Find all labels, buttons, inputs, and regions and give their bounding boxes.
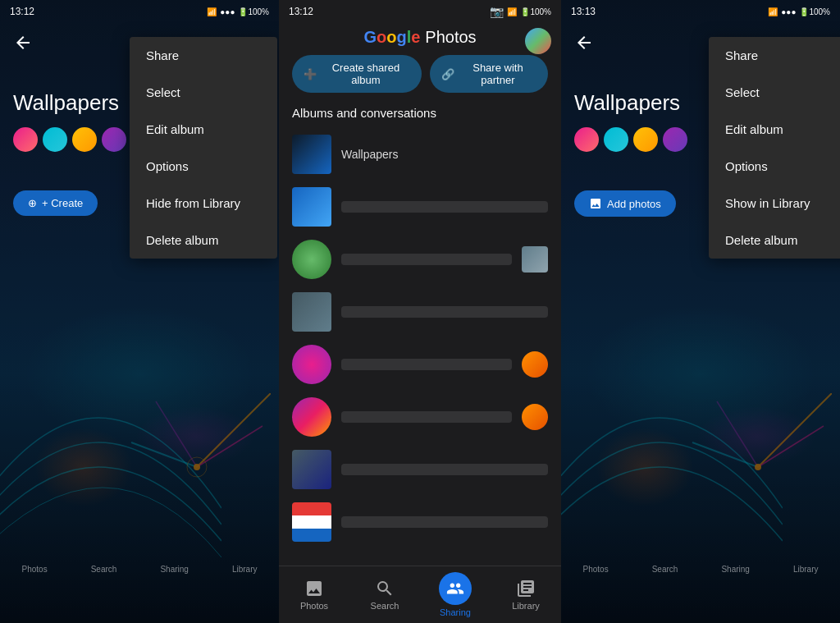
status-bar-right: 13:13 📶 ●●● 🔋100% — [561, 0, 840, 23]
signal-icon-left: ●●● — [220, 7, 235, 16]
status-icons-center: 📷 📶 🔋100% — [490, 5, 551, 18]
menu-item-hide-from-library-left[interactable]: Hide from Library — [130, 185, 277, 222]
album-icon-6 — [522, 404, 548, 430]
add-photos-button[interactable]: Add photos — [574, 190, 676, 217]
avatar-teal-right — [604, 127, 628, 152]
share-with-partner-button[interactable]: 🔗 Share with partner — [430, 55, 548, 93]
create-album-icon: ➕ — [304, 68, 317, 80]
avatar-yellow-right — [633, 127, 658, 152]
avatar-row-left — [13, 127, 126, 152]
album-item-wallpapers[interactable]: Wallpapers — [279, 128, 561, 181]
share-partner-icon: 🔗 — [441, 68, 454, 80]
battery-icon-right: 🔋100% — [799, 7, 830, 16]
album-name-3 — [341, 254, 512, 265]
sharing-active-icon — [439, 572, 472, 605]
bottom-label-3-left: Sharing — [160, 565, 188, 574]
menu-item-select-right[interactable]: Select — [709, 74, 840, 111]
nav-search[interactable]: Search — [349, 572, 420, 617]
albums-list: Wallpapers — [279, 128, 561, 566]
album-thumb-5 — [292, 345, 331, 384]
bottom-label-1-right: Photos — [583, 565, 609, 574]
album-item-7[interactable] — [279, 443, 561, 496]
battery-icon-center: 🔋100% — [520, 7, 551, 16]
time-right: 13:13 — [571, 6, 596, 17]
album-icon-3 — [522, 246, 548, 273]
bottom-text-left: Photos Search Sharing Library — [0, 565, 279, 574]
menu-item-show-in-library-right[interactable]: Show in Library — [709, 185, 840, 222]
camera-icon-center: 📷 — [490, 5, 504, 18]
status-bar-center: 13:12 📷 📶 🔋100% — [279, 0, 561, 23]
status-icons-right: 📶 ●●● 🔋100% — [768, 7, 830, 16]
time-center: 13:12 — [289, 6, 313, 17]
menu-item-edit-album-left[interactable]: Edit album — [130, 111, 277, 148]
album-name-wallpapers: Wallpapers — [341, 148, 548, 161]
bottom-label-3-right: Sharing — [721, 565, 749, 574]
nav-sharing[interactable]: Sharing — [420, 566, 491, 623]
create-button-left[interactable]: ⊕ + Create — [13, 190, 98, 216]
nav-photos[interactable]: Photos — [279, 572, 349, 617]
profile-avatar-img — [525, 28, 551, 54]
menu-item-select-left[interactable]: Select — [130, 74, 277, 111]
album-name-8 — [341, 516, 548, 528]
create-album-label: Create shared album — [322, 62, 410, 86]
create-shared-album-button[interactable]: ➕ Create shared album — [292, 55, 422, 93]
album-item-4[interactable] — [279, 286, 561, 338]
avatar-row-right — [574, 127, 687, 152]
menu-item-share-left[interactable]: Share — [130, 37, 277, 74]
menu-item-edit-album-right[interactable]: Edit album — [709, 111, 840, 148]
profile-avatar[interactable] — [525, 28, 551, 54]
album-item-3[interactable] — [279, 233, 561, 286]
library-nav-icon — [516, 579, 536, 598]
album-name-5 — [341, 359, 512, 370]
album-item-8[interactable] — [279, 496, 561, 548]
status-bar-left: 13:12 📶 ●●● 🔋100% — [0, 0, 279, 23]
nav-photos-label: Photos — [300, 601, 328, 611]
album-thumb-3 — [292, 240, 331, 279]
sharing-people-icon — [446, 579, 464, 598]
bottom-label-1-left: Photos — [22, 565, 48, 574]
photos-text: Photos — [425, 28, 476, 47]
battery-icon-left: 🔋100% — [238, 7, 269, 16]
bottom-label-2-left: Search — [91, 565, 117, 574]
action-buttons-row: ➕ Create shared album 🔗 Share with partn… — [279, 55, 561, 103]
menu-item-options-right[interactable]: Options — [709, 148, 840, 185]
create-btn-label-left: + Create — [42, 197, 83, 209]
menu-item-delete-album-right[interactable]: Delete album — [709, 222, 840, 259]
album-thumb-6 — [292, 397, 331, 437]
bottom-label-4-right: Library — [793, 565, 819, 574]
nav-library-label: Library — [512, 601, 540, 611]
create-icon-left: ⊕ — [28, 197, 37, 209]
left-panel: 13:12 📶 ●●● 🔋100% Wallpapers ⊕ + Create … — [0, 0, 279, 623]
album-item-6[interactable] — [279, 391, 561, 443]
avatar-pink-left — [13, 127, 38, 152]
dropdown-menu-left: Share Select Edit album Options Hide fro… — [130, 37, 277, 259]
menu-item-delete-album-left[interactable]: Delete album — [130, 222, 277, 259]
bottom-navigation: Photos Search Sharing Library — [279, 566, 561, 623]
add-photos-icon — [589, 197, 602, 210]
dropdown-menu-right: Share Select Edit album Options Show in … — [709, 37, 840, 259]
avatar-purple-left — [102, 127, 126, 152]
wifi-icon-right: 📶 — [768, 7, 778, 16]
back-button-right[interactable] — [574, 33, 594, 57]
back-button-left[interactable] — [13, 33, 33, 57]
avatar-pink-right — [574, 127, 599, 152]
bottom-text-right: Photos Search Sharing Library — [561, 565, 840, 574]
add-photos-label: Add photos — [607, 198, 661, 210]
menu-item-share-right[interactable]: Share — [709, 37, 840, 74]
menu-item-options-left[interactable]: Options — [130, 148, 277, 185]
share-partner-label: Share with partner — [459, 62, 536, 86]
nav-search-label: Search — [371, 601, 399, 611]
album-name-7 — [341, 464, 548, 475]
bottom-label-2-right: Search — [652, 565, 678, 574]
nav-library[interactable]: Library — [491, 572, 561, 617]
page-title-left: Wallpapers — [13, 90, 119, 116]
wifi-icon-left: 📶 — [207, 7, 217, 16]
album-item-5[interactable] — [279, 338, 561, 391]
time-left: 13:12 — [10, 6, 34, 17]
search-nav-icon — [375, 579, 395, 598]
avatar-teal-left — [43, 127, 67, 152]
album-name-4 — [341, 306, 548, 318]
app-logo: Google Photos — [363, 28, 476, 47]
album-item-2[interactable] — [279, 181, 561, 233]
bottom-label-4-left: Library — [232, 565, 258, 574]
